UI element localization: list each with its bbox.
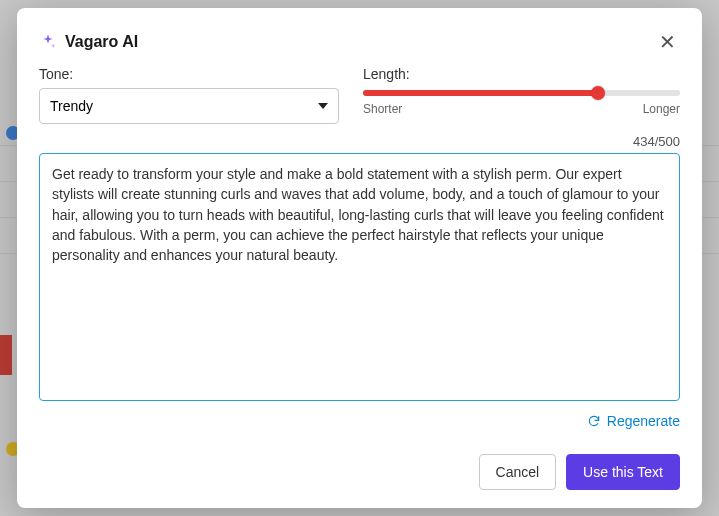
regenerate-label: Regenerate (607, 413, 680, 429)
refresh-icon (587, 414, 601, 428)
cancel-button[interactable]: Cancel (479, 454, 557, 490)
length-slider[interactable] (363, 90, 680, 96)
use-this-text-button[interactable]: Use this Text (566, 454, 680, 490)
generated-text-area[interactable]: Get ready to transform your style and ma… (39, 153, 680, 401)
length-longer-label: Longer (643, 102, 680, 116)
close-icon: ✕ (659, 31, 676, 53)
tone-selected-value: Trendy (50, 98, 93, 114)
length-slider-thumb[interactable] (591, 86, 605, 100)
sparkle-icon (39, 33, 57, 51)
tone-label: Tone: (39, 66, 339, 82)
length-shorter-label: Shorter (363, 102, 402, 116)
modal-title: Vagaro AI (65, 33, 138, 51)
close-button[interactable]: ✕ (655, 28, 680, 56)
character-counter: 434/500 (39, 134, 680, 149)
tone-select[interactable]: Trendy (39, 88, 339, 124)
length-slider-fill (363, 90, 598, 96)
chevron-down-icon (318, 103, 328, 109)
vagaro-ai-modal: Vagaro AI ✕ Tone: Trendy Length: Shorter… (17, 8, 702, 508)
regenerate-button[interactable]: Regenerate (587, 413, 680, 429)
length-label: Length: (363, 66, 680, 82)
